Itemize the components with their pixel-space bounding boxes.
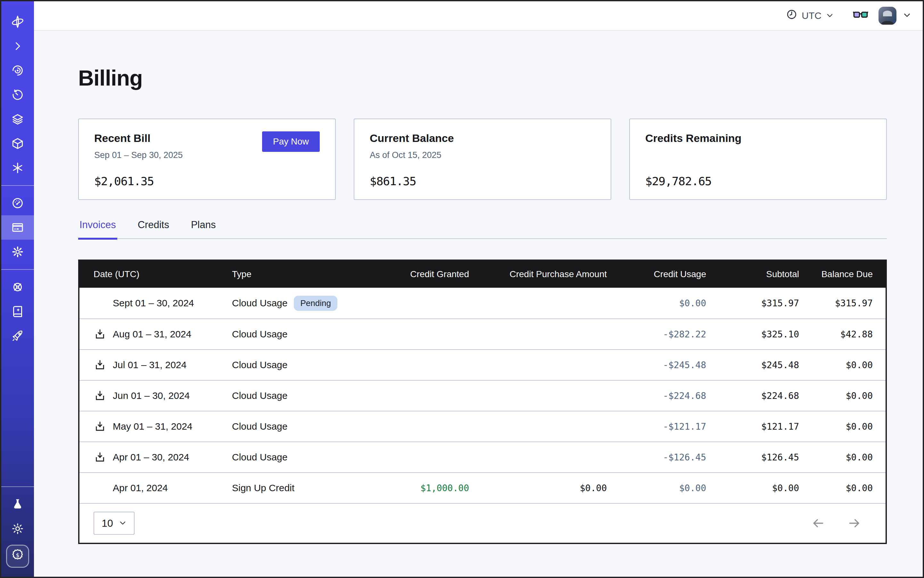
sun-icon: [11, 522, 24, 535]
invoice-date: Aug 01 – 31, 2024: [113, 329, 191, 339]
sidebar-item-compute[interactable]: [1, 132, 34, 156]
table-row: Jul 01 – 31, 2024Cloud Usage-$245.48$245…: [80, 349, 885, 380]
table-body: Sept 01 – 30, 2024Cloud UsagePending$0.0…: [80, 288, 885, 503]
date-cell: Apr 01, 2024: [80, 482, 227, 494]
sidebar-item-billing[interactable]: [1, 215, 34, 240]
timezone-label: UTC: [802, 10, 822, 21]
download-placeholder: [94, 482, 106, 494]
billing-tabs: InvoicesCreditsPlans: [78, 219, 887, 239]
gear-icon: [11, 245, 24, 258]
sidebar-item-layers[interactable]: [1, 107, 34, 132]
table-row: May 01 – 31, 2024Cloud Usage-$121.17$121…: [80, 411, 885, 442]
table-row: Aug 01 – 31, 2024Cloud Usage-$282.22$325…: [80, 318, 885, 349]
flask-icon: [11, 498, 24, 511]
tab-invoices[interactable]: Invoices: [78, 219, 117, 239]
invoice-type: Cloud Usage: [232, 298, 287, 308]
date-cell: Jun 01 – 30, 2024: [80, 389, 227, 402]
credit-usage-cell: -$126.45: [612, 452, 711, 463]
download-invoice-button[interactable]: [94, 389, 106, 402]
download-invoice-button[interactable]: [94, 420, 106, 433]
page-size-select[interactable]: 10: [94, 512, 135, 535]
download-invoice-button[interactable]: [94, 451, 106, 464]
summary-cards: Recent Bill Sep 01 – Sep 30, 2025 $2,061…: [78, 119, 887, 200]
credits-remaining-amount: $29,782.65: [645, 175, 871, 188]
column-header-date-utc: Date (UTC): [80, 269, 227, 279]
credits-promo-button[interactable]: $: [6, 545, 29, 568]
type-cell: Cloud Usage: [227, 421, 378, 432]
logo-orbit-icon: [11, 15, 25, 29]
sidebar-item-services[interactable]: [1, 156, 34, 180]
prev-page-button[interactable]: [810, 515, 827, 531]
sidebar-divider: [1, 269, 34, 270]
avatar[interactable]: [879, 7, 896, 25]
type-cell: Cloud Usage: [227, 390, 378, 401]
timezone-selector[interactable]: UTC: [786, 9, 834, 23]
balance-due-cell: $0.00: [804, 452, 888, 463]
dollar-badge-icon: $: [11, 548, 25, 565]
reader-mode-button[interactable]: [853, 9, 868, 23]
credit-usage-cell: -$282.22: [612, 329, 711, 339]
invoice-date: Sept 01 – 30, 2024: [113, 298, 194, 308]
pay-now-button[interactable]: Pay Now: [262, 132, 320, 152]
invoices-table: Date (UTC)TypeCredit GrantedCredit Purch…: [78, 260, 887, 544]
credit-usage-cell: $0.00: [612, 298, 711, 308]
sidebar-divider: [1, 486, 34, 487]
current-balance-card: Current Balance As of Oct 15, 2025 $861.…: [354, 119, 611, 200]
invoice-date: Jun 01 – 30, 2024: [113, 390, 190, 401]
sidebar-divider: [1, 185, 34, 186]
table-row: Apr 01 – 30, 2024Cloud Usage-$126.45$126…: [80, 442, 885, 472]
download-invoice-button[interactable]: [94, 328, 106, 341]
balance-due-cell: $315.97: [804, 298, 888, 308]
billing-card-icon: [11, 221, 24, 234]
sidebar-item-timer[interactable]: [1, 83, 34, 107]
page-size-value: 10: [102, 518, 113, 529]
card-title: Credits Remaining: [645, 132, 871, 144]
type-cell: Cloud Usage: [227, 359, 378, 370]
content: Billing Recent Bill Sep 01 – Sep 30, 202…: [34, 31, 923, 577]
subtotal-cell: $315.97: [711, 298, 804, 308]
tab-credits[interactable]: Credits: [136, 219, 171, 239]
sidebar-item-observe[interactable]: [1, 58, 34, 83]
invoice-date: Apr 01 – 30, 2024: [113, 452, 189, 463]
sidebar-item-collapse[interactable]: [1, 34, 34, 58]
sidebar-item-settings[interactable]: [1, 240, 34, 264]
chevron-down-icon: [119, 518, 127, 529]
chevron-down-icon: [903, 10, 911, 22]
sidebar-item-labs[interactable]: [1, 492, 34, 516]
download-invoice-button[interactable]: [94, 359, 106, 371]
sidebar-item-launch[interactable]: [1, 324, 34, 348]
sidebar-item-theme[interactable]: [1, 516, 34, 541]
page-title: Billing: [78, 65, 887, 90]
subtotal-cell: $121.17: [711, 421, 804, 432]
invoice-date: Jul 01 – 31, 2024: [113, 359, 187, 370]
sidebar-item-support[interactable]: [1, 275, 34, 299]
credit-usage-cell: -$245.48: [612, 360, 711, 370]
account-menu-button[interactable]: [903, 10, 911, 22]
invoice-type: Cloud Usage: [232, 329, 287, 339]
asterisk-icon: [11, 161, 24, 174]
sidebar-item-docs[interactable]: [1, 299, 34, 324]
column-header-credit-granted: Credit Granted: [378, 269, 474, 279]
subtotal-cell: $224.68: [711, 391, 804, 401]
sidebar-item-usage[interactable]: [1, 191, 34, 215]
radar-icon: [11, 64, 24, 77]
sidebar-spacer: [1, 348, 34, 481]
current-balance-amount: $861.35: [370, 175, 595, 188]
book-sparkle-icon: [11, 305, 24, 318]
layers-icon: [11, 113, 24, 126]
topbar: UTC: [34, 1, 923, 31]
type-cell: Cloud Usage: [227, 329, 378, 339]
next-page-button[interactable]: [846, 515, 862, 531]
cube-icon: [11, 137, 24, 150]
gauge-icon: [11, 197, 24, 209]
sidebar-logo[interactable]: [1, 10, 34, 34]
credits-remaining-card: Credits Remaining $29,782.65: [629, 119, 887, 200]
column-header-type: Type: [227, 269, 378, 279]
table-row: Jun 01 – 30, 2024Cloud Usage-$224.68$224…: [80, 380, 885, 411]
invoice-type: Cloud Usage: [232, 359, 287, 370]
credit-usage-cell: -$121.17: [612, 421, 711, 432]
credit-purchase-cell: $0.00: [474, 483, 612, 494]
invoice-type: Cloud Usage: [232, 390, 287, 401]
tab-plans[interactable]: Plans: [190, 219, 217, 239]
invoice-type: Cloud Usage: [232, 421, 287, 432]
